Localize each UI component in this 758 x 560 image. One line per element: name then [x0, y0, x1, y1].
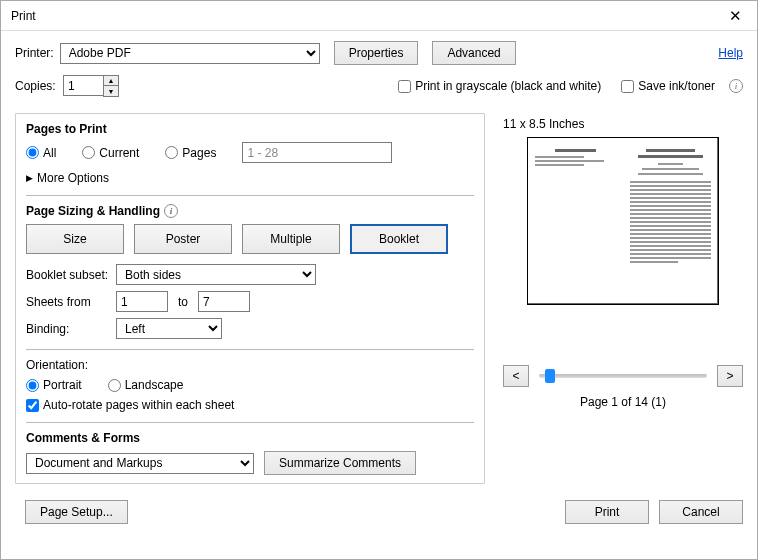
info-icon[interactable]: i	[164, 204, 178, 218]
orientation-portrait-radio[interactable]: Portrait	[26, 378, 82, 392]
window-title: Print	[11, 9, 36, 23]
preview-dimensions: 11 x 8.5 Inches	[503, 117, 743, 131]
pages-current-label: Current	[99, 146, 139, 160]
help-link[interactable]: Help	[718, 46, 743, 60]
more-options-toggle[interactable]: More Options	[37, 171, 109, 185]
info-icon[interactable]: i	[729, 79, 743, 93]
landscape-input[interactable]	[108, 379, 121, 392]
pages-all-input[interactable]	[26, 146, 39, 159]
more-options-chevron-icon[interactable]: ▶	[26, 173, 33, 183]
pages-all-label: All	[43, 146, 56, 160]
save-ink-check-input[interactable]	[621, 80, 634, 93]
preview-slider[interactable]	[539, 374, 707, 378]
auto-rotate-label: Auto-rotate pages within each sheet	[43, 398, 234, 412]
sizing-title-text: Page Sizing & Handling	[26, 204, 160, 218]
tab-booklet[interactable]: Booklet	[350, 224, 448, 254]
pages-current-input[interactable]	[82, 146, 95, 159]
subset-select[interactable]: Both sides	[116, 264, 316, 285]
tab-size[interactable]: Size	[26, 224, 124, 254]
pages-range-label: Pages	[182, 146, 216, 160]
page-setup-button[interactable]: Page Setup...	[25, 500, 128, 524]
cancel-button[interactable]: Cancel	[659, 500, 743, 524]
landscape-label: Landscape	[125, 378, 184, 392]
copies-input[interactable]	[63, 75, 103, 96]
properties-button[interactable]: Properties	[334, 41, 419, 65]
preview-prev-button[interactable]: <	[503, 365, 529, 387]
close-icon[interactable]: ✕	[721, 1, 749, 31]
subset-label: Booklet subset:	[26, 268, 116, 282]
print-preview	[527, 137, 719, 305]
printer-select[interactable]: Adobe PDF	[60, 43, 320, 64]
pages-range-radio[interactable]: Pages	[165, 146, 216, 160]
portrait-input[interactable]	[26, 379, 39, 392]
sizing-title: Page Sizing & Handling i	[26, 204, 474, 218]
slider-thumb[interactable]	[545, 369, 555, 383]
advanced-button[interactable]: Advanced	[432, 41, 515, 65]
tab-poster[interactable]: Poster	[134, 224, 232, 254]
pages-range-input[interactable]	[165, 146, 178, 159]
titlebar: Print ✕	[1, 1, 757, 31]
print-button[interactable]: Print	[565, 500, 649, 524]
grayscale-label: Print in grayscale (black and white)	[415, 79, 601, 93]
comments-title: Comments & Forms	[26, 431, 474, 445]
orientation-title: Orientation:	[26, 358, 474, 372]
save-ink-checkbox[interactable]: Save ink/toner	[621, 79, 715, 93]
copies-up-icon[interactable]: ▲	[104, 76, 118, 86]
binding-select[interactable]: Left	[116, 318, 222, 339]
printer-label: Printer:	[15, 46, 54, 60]
sheets-to-input[interactable]	[198, 291, 250, 312]
binding-label: Binding:	[26, 322, 116, 336]
sheets-from-label: Sheets from	[26, 295, 116, 309]
pages-current-radio[interactable]: Current	[82, 146, 139, 160]
page-indicator: Page 1 of 14 (1)	[503, 395, 743, 409]
preview-next-button[interactable]: >	[717, 365, 743, 387]
comments-select[interactable]: Document and Markups	[26, 453, 254, 474]
portrait-label: Portrait	[43, 378, 82, 392]
grayscale-checkbox[interactable]: Print in grayscale (black and white)	[398, 79, 601, 93]
summarize-comments-button[interactable]: Summarize Comments	[264, 451, 416, 475]
auto-rotate-input[interactable]	[26, 399, 39, 412]
sheets-from-input[interactable]	[116, 291, 168, 312]
pages-to-print-title: Pages to Print	[26, 122, 474, 136]
sheets-to-label: to	[178, 295, 188, 309]
tab-multiple[interactable]: Multiple	[242, 224, 340, 254]
orientation-landscape-radio[interactable]: Landscape	[108, 378, 184, 392]
pages-range-field[interactable]	[242, 142, 392, 163]
copies-stepper[interactable]: ▲ ▼	[63, 75, 119, 97]
copies-down-icon[interactable]: ▼	[104, 86, 118, 96]
save-ink-label: Save ink/toner	[638, 79, 715, 93]
pages-all-radio[interactable]: All	[26, 146, 56, 160]
copies-label: Copies:	[15, 79, 57, 93]
grayscale-check-input[interactable]	[398, 80, 411, 93]
auto-rotate-checkbox[interactable]: Auto-rotate pages within each sheet	[26, 398, 474, 412]
